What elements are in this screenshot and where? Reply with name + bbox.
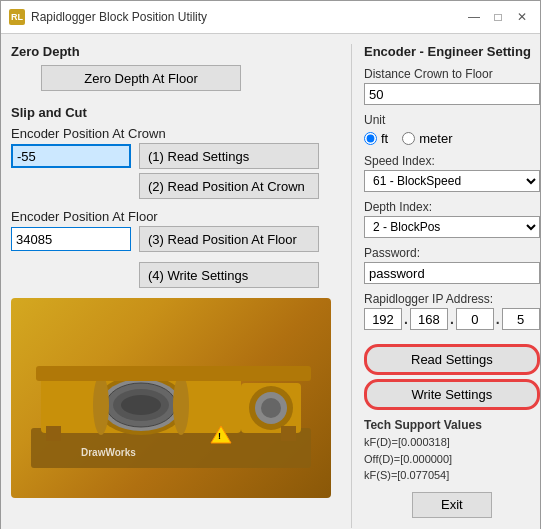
close-button[interactable]: ✕ (512, 7, 532, 27)
titlebar: RL Rapidlogger Block Position Utility — … (1, 1, 540, 34)
svg-rect-13 (36, 366, 311, 381)
password-input[interactable] (364, 262, 540, 284)
left-panel: Zero Depth Zero Depth At Floor Slip and … (11, 44, 351, 528)
unit-ft-radio[interactable] (364, 132, 377, 145)
ip-octet-3[interactable] (456, 308, 494, 330)
encoder-engineer-title: Encoder - Engineer Setting (364, 44, 540, 59)
tech-value-1: kF(D)=[0.000318] (364, 434, 540, 451)
ip-dot-2: . (450, 311, 454, 327)
encoder-crown-group: Encoder Position At Crown (1) Read Setti… (11, 126, 341, 199)
encoder-crown-input[interactable] (11, 144, 131, 168)
read-position-at-crown-button[interactable]: (2) Read Position At Crown (139, 173, 319, 199)
read-settings-step1-button[interactable]: (1) Read Settings (139, 143, 319, 169)
svg-text:!: ! (218, 431, 221, 441)
tech-support-section: Tech Support Values kF(D)=[0.000318] Off… (364, 418, 540, 484)
unit-meter-radio[interactable] (402, 132, 415, 145)
unit-ft-group: ft (364, 131, 388, 146)
zero-depth-label: Zero Depth (11, 44, 341, 59)
unit-meter-group: meter (402, 131, 452, 146)
ip-dot-1: . (404, 311, 408, 327)
unit-ft-label: ft (381, 131, 388, 146)
distance-input[interactable] (364, 83, 540, 105)
minimize-button[interactable]: — (464, 7, 484, 27)
svg-point-6 (121, 395, 161, 415)
speed-index-label: Speed Index: (364, 154, 540, 168)
password-label: Password: (364, 246, 540, 260)
drawworks-image: DrawWorks ! (11, 298, 331, 498)
slip-cut-section: Slip and Cut Encoder Position At Crown (… (11, 105, 341, 288)
read-position-at-floor-button[interactable]: (3) Read Position At Floor (139, 226, 319, 252)
zero-depth-section: Zero Depth Zero Depth At Floor (11, 44, 341, 91)
encoder-crown-label: Encoder Position At Crown (11, 126, 341, 141)
unit-row: ft meter (364, 131, 540, 146)
ip-octet-2[interactable] (410, 308, 448, 330)
drawworks-svg: DrawWorks ! (21, 308, 321, 488)
ip-group: Rapidlogger IP Address: . . . (364, 292, 540, 330)
write-settings-step4-button[interactable]: (4) Write Settings (139, 262, 319, 288)
encoder-floor-row: (3) Read Position At Floor (11, 226, 341, 252)
svg-rect-14 (46, 426, 61, 441)
svg-text:DrawWorks: DrawWorks (81, 447, 136, 458)
zero-depth-at-floor-button[interactable]: Zero Depth At Floor (41, 65, 241, 91)
depth-index-select[interactable]: 2 - BlockPos 1 - BlockPos1 3 - BlockPos2 (364, 216, 540, 238)
password-group: Password: (364, 246, 540, 284)
distance-group: Distance Crown to Floor (364, 67, 540, 105)
ip-row: . . . (364, 308, 540, 330)
tech-values: kF(D)=[0.000318] Off(D)=[0.000000] kF(S)… (364, 434, 540, 484)
svg-point-12 (261, 398, 281, 418)
unit-group: Unit ft meter (364, 113, 540, 146)
encoder-floor-input[interactable] (11, 227, 131, 251)
tech-value-3: kF(S)=[0.077054] (364, 467, 540, 484)
write-settings-main-button[interactable]: Write Settings (364, 379, 540, 410)
depth-index-label: Depth Index: (364, 200, 540, 214)
tech-support-title: Tech Support Values (364, 418, 540, 432)
ip-octet-4[interactable] (502, 308, 540, 330)
main-window: RL Rapidlogger Block Position Utility — … (0, 0, 541, 529)
app-icon: RL (9, 9, 25, 25)
svg-rect-15 (281, 426, 296, 441)
write-settings-row: (4) Write Settings (11, 262, 341, 288)
read-settings-main-button[interactable]: Read Settings (364, 344, 540, 375)
maximize-button[interactable]: □ (488, 7, 508, 27)
encoder-floor-group: Encoder Position At Floor (3) Read Posit… (11, 209, 341, 252)
slip-cut-label: Slip and Cut (11, 105, 341, 120)
unit-meter-label: meter (419, 131, 452, 146)
main-content: Zero Depth Zero Depth At Floor Slip and … (1, 34, 540, 529)
distance-label: Distance Crown to Floor (364, 67, 540, 81)
encoder-floor-label: Encoder Position At Floor (11, 209, 341, 224)
exit-button[interactable]: Exit (412, 492, 492, 518)
svg-rect-0 (31, 428, 311, 468)
ip-label: Rapidlogger IP Address: (364, 292, 540, 306)
tech-value-2: Off(D)=[0.000000] (364, 451, 540, 468)
window-title: Rapidlogger Block Position Utility (31, 10, 464, 24)
speed-index-select[interactable]: 61 - BlockSpeed 62 - BlockSpeed2 60 - Bl… (364, 170, 540, 192)
svg-point-8 (173, 375, 189, 435)
ip-dot-3: . (496, 311, 500, 327)
encoder-crown-row: (1) Read Settings (11, 143, 341, 169)
read-position-crown-row: (2) Read Position At Crown (11, 173, 341, 199)
speed-index-group: Speed Index: 61 - BlockSpeed 62 - BlockS… (364, 154, 540, 192)
exit-row: Exit (364, 492, 540, 528)
titlebar-controls: — □ ✕ (464, 7, 532, 27)
svg-point-7 (93, 375, 109, 435)
depth-index-group: Depth Index: 2 - BlockPos 1 - BlockPos1 … (364, 200, 540, 238)
unit-label: Unit (364, 113, 540, 127)
ip-octet-1[interactable] (364, 308, 402, 330)
right-panel: Encoder - Engineer Setting Distance Crow… (351, 44, 540, 528)
